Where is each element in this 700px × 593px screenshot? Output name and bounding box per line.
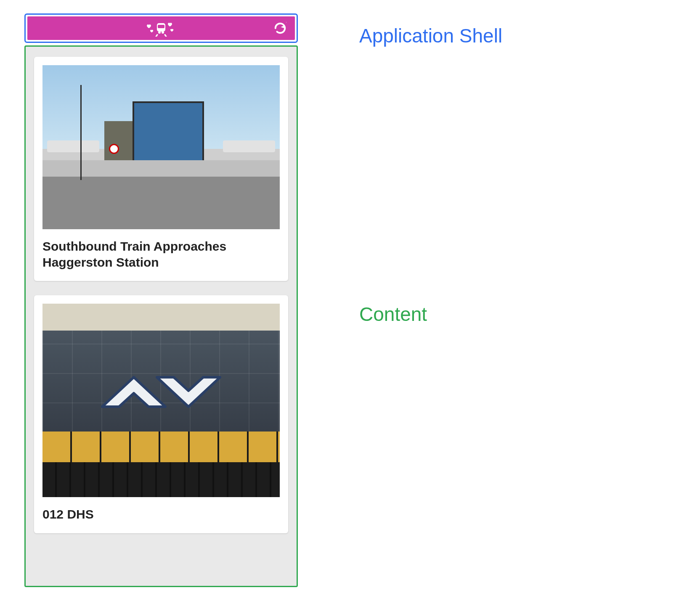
content-card[interactable]: 012 DHS <box>34 295 288 533</box>
app-logo <box>143 20 180 37</box>
svg-point-3 <box>162 31 164 34</box>
card-title: 012 DHS <box>42 506 280 522</box>
annotation-content: Content <box>300 303 427 326</box>
card-title: Southbound Train Approaches Haggerston S… <box>42 238 280 270</box>
refresh-icon <box>274 22 286 34</box>
annotation-shell: Application Shell <box>300 24 502 47</box>
content-card[interactable]: Southbound Train Approaches Haggerston S… <box>34 57 288 281</box>
shell-outline <box>24 13 298 43</box>
phone-mock: Southbound Train Approaches Haggerston S… <box>24 13 298 587</box>
svg-point-2 <box>158 31 161 34</box>
svg-rect-1 <box>158 25 164 28</box>
card-image <box>42 65 280 229</box>
refresh-button[interactable] <box>273 21 287 35</box>
app-header <box>27 16 295 40</box>
annotation-label: Content <box>359 303 427 326</box>
annotation-label: Application Shell <box>359 24 502 47</box>
ns-logo-icon <box>94 360 228 425</box>
content-outline: Southbound Train Approaches Haggerston S… <box>24 45 298 587</box>
train-hearts-icon <box>143 20 180 37</box>
card-image <box>42 304 280 497</box>
